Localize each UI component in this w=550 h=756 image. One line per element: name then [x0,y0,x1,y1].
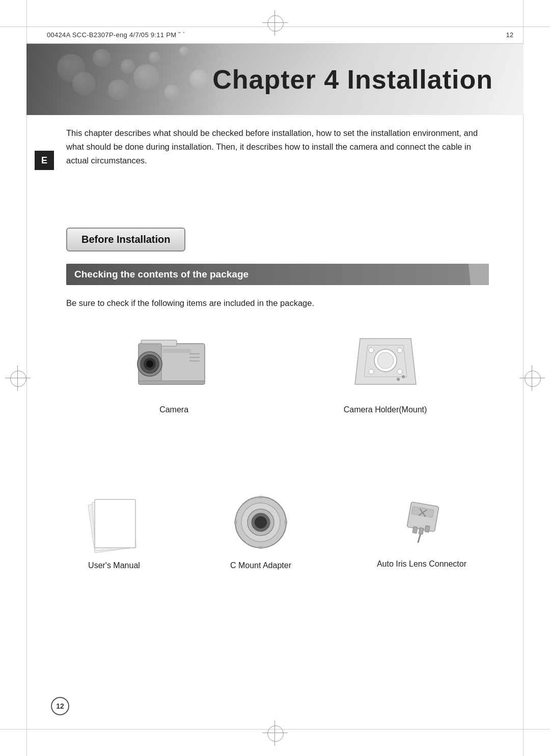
svg-point-18 [397,378,400,381]
crosshair-top [267,15,283,31]
camera-label: Camera [159,405,188,414]
users-manual-illustration [84,492,145,553]
svg-point-27 [255,516,267,528]
camera-holder-illustration [350,326,421,397]
intro-text: This chapter describes what should be ch… [66,126,489,168]
users-manual-label: User's Manual [88,561,140,570]
crosshair-bottom [267,725,283,741]
svg-rect-29 [259,546,263,549]
svg-rect-36 [413,526,418,533]
svg-rect-30 [234,520,237,524]
header-page: 12 [506,31,524,39]
crosshair-left [10,371,25,386]
items-row1: Camera Camera Holder(Mount) [66,326,489,414]
svg-rect-11 [139,381,205,384]
e-badge: E [35,151,54,170]
mount-adapter-item: C Mount Adapter [230,492,291,570]
crosshair-right [525,371,540,386]
svg-point-19 [402,375,405,378]
checking-header-text: Checking the contents of the package [74,269,249,280]
auto-iris-illustration [394,489,450,550]
be-sure-text: Be sure to check if the following items … [66,298,314,308]
svg-rect-7 [163,349,191,353]
mount-adapter-illustration [230,492,291,553]
svg-point-6 [146,360,153,368]
auto-iris-item: Auto Iris Lens Connector [377,489,466,570]
header-text: 00424A SCC-B2307P-eng 4/7/05 9:11 PM ˘ ` [26,31,185,39]
camera-holder-label: Camera Holder(Mount) [344,405,427,414]
svg-point-13 [377,352,394,369]
items-row2: User's Manual C Mount Adapter [41,489,509,570]
checking-header: Checking the contents of the package [66,264,489,285]
svg-point-17 [397,369,402,374]
users-manual-item: User's Manual [84,492,145,570]
svg-rect-37 [419,527,424,534]
svg-rect-38 [425,525,430,532]
page-number: 12 [51,697,69,715]
chapter-banner: Chapter 4 Installation [26,44,524,115]
svg-point-14 [369,348,374,353]
before-installation-label: Before Installation [66,228,185,251]
mount-adapter-label: C Mount Adapter [230,561,291,570]
svg-point-15 [397,348,402,353]
checking-header-tail [469,264,489,285]
svg-point-16 [369,369,374,374]
camera-item: Camera [128,326,220,414]
auto-iris-label: Auto Iris Lens Connector [377,558,466,570]
svg-rect-22 [95,499,135,548]
svg-rect-32 [407,502,439,532]
svg-rect-28 [259,496,263,498]
camera-illustration [128,326,220,397]
svg-rect-31 [285,520,287,524]
camera-holder-item: Camera Holder(Mount) [344,326,427,414]
chapter-title: Chapter 4 Installation [212,64,493,95]
